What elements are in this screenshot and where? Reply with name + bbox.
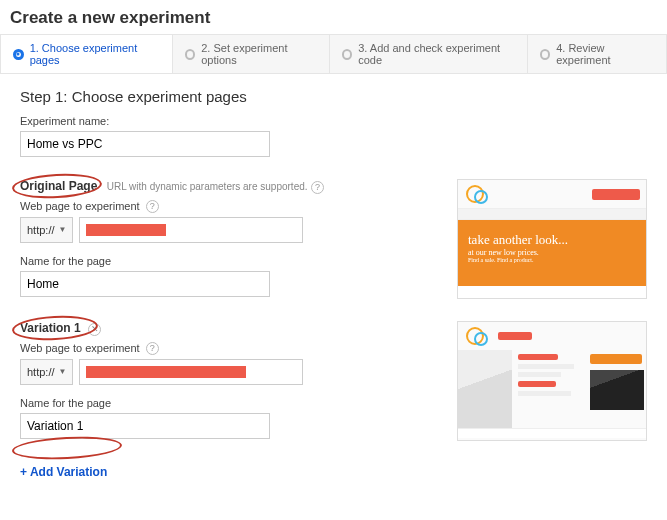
step-4[interactable]: 4. Review experiment	[528, 35, 666, 73]
step-1[interactable]: 1. Choose experiment pages	[1, 35, 173, 73]
chevron-down-icon: ▼	[59, 225, 67, 234]
step-label: 1. Choose experiment pages	[30, 42, 160, 66]
variation-section: Variation 1 ✕ Web page to experiment ? h…	[20, 321, 647, 441]
step-3[interactable]: 3. Add and check experiment code	[330, 35, 528, 73]
variation-heading: Variation 1 ✕	[20, 321, 101, 336]
page-name-label: Name for the page	[20, 255, 437, 267]
page-name-label: Name for the page	[20, 397, 437, 409]
hint-text: URL with dynamic parameters are supporte…	[107, 181, 308, 192]
chevron-down-icon: ▼	[59, 367, 67, 376]
wizard-steps: 1. Choose experiment pages 2. Set experi…	[0, 34, 667, 74]
protocol-select[interactable]: http:// ▼	[20, 359, 73, 385]
web-page-label: Web page to experiment	[20, 342, 140, 354]
page-name-input[interactable]	[20, 271, 270, 297]
preview-photo	[458, 350, 512, 428]
step-title: Step 1: Choose experiment pages	[20, 88, 647, 105]
protocol-select[interactable]: http:// ▼	[20, 217, 73, 243]
main-content: Step 1: Choose experiment pages Experime…	[0, 74, 667, 520]
step-2[interactable]: 2. Set experiment options	[173, 35, 330, 73]
url-input[interactable]	[79, 359, 303, 385]
page-header: Create a new experiment	[0, 0, 667, 34]
step-label: 2. Set experiment options	[201, 42, 316, 66]
step-active-icon	[13, 49, 24, 60]
step-icon	[540, 49, 550, 60]
step-icon	[342, 49, 352, 60]
variation-preview	[457, 321, 647, 441]
cta-button-icon	[590, 354, 642, 364]
original-preview: take another look... at our new low pric…	[457, 179, 647, 299]
help-icon[interactable]: ?	[311, 181, 324, 194]
url-input[interactable]	[79, 217, 303, 243]
redacted-bar	[592, 189, 640, 200]
step-label: 3. Add and check experiment code	[358, 42, 514, 66]
original-heading: Original Page URL with dynamic parameter…	[20, 179, 324, 194]
page-name-input[interactable]	[20, 413, 270, 439]
logo-icon	[464, 184, 488, 204]
step-icon	[185, 49, 195, 60]
help-icon[interactable]: ?	[146, 342, 159, 355]
web-page-label: Web page to experiment	[20, 200, 140, 212]
preview-photo-bw	[590, 370, 644, 410]
original-section: Original Page URL with dynamic parameter…	[20, 179, 647, 299]
page-title: Create a new experiment	[10, 8, 657, 28]
redacted-bar	[498, 332, 532, 340]
experiment-name-input[interactable]	[20, 131, 270, 157]
redacted-url	[86, 366, 246, 378]
logo-icon	[464, 326, 488, 346]
experiment-name-label: Experiment name:	[20, 115, 647, 127]
remove-icon[interactable]: ✕	[88, 323, 101, 336]
step-label: 4. Review experiment	[556, 42, 654, 66]
add-variation-link[interactable]: + Add Variation	[20, 459, 107, 485]
redacted-url	[86, 224, 166, 236]
help-icon[interactable]: ?	[146, 200, 159, 213]
